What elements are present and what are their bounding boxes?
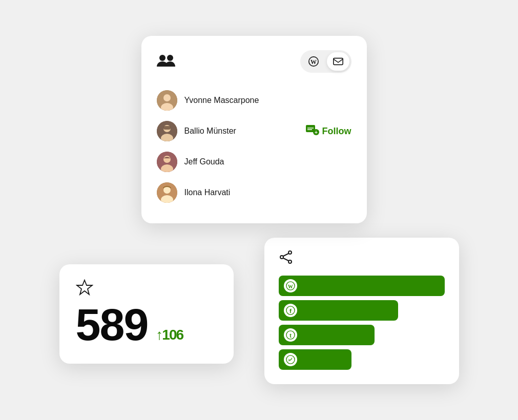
people-icon	[157, 51, 175, 72]
svg-point-25	[288, 251, 292, 254]
platform-toggle: W	[300, 50, 351, 73]
follower-row: Jeff Gouda	[157, 146, 351, 177]
svg-point-26	[288, 260, 292, 263]
stat-number: 589 ↑106	[76, 302, 217, 347]
followers-card: W	[141, 36, 367, 223]
tumblr-bar-icon: t	[284, 328, 297, 342]
svg-point-0	[159, 55, 165, 61]
svg-text:+: +	[315, 130, 318, 135]
bar-row-tumblr: t	[279, 325, 375, 345]
wordpress-bar-icon: W	[284, 279, 297, 292]
bar-row-facebook: f	[279, 300, 398, 321]
follow-button[interactable]: + Follow	[306, 124, 351, 138]
svg-point-19	[163, 156, 171, 163]
avatar	[157, 121, 177, 141]
share-icon	[279, 250, 445, 266]
facebook-bar-icon: f	[284, 304, 297, 317]
share-card: W f t	[264, 238, 459, 384]
follow-label: Follow	[322, 126, 351, 137]
follower-row: Ballio Münster + Follow	[157, 116, 351, 146]
bar-row-wordpress: W	[279, 276, 445, 296]
followers-card-header: W	[157, 50, 351, 73]
avatar	[157, 90, 177, 111]
avatar	[157, 182, 177, 203]
follower-row: Ilona Harvati	[157, 177, 351, 208]
svg-point-27	[280, 256, 283, 259]
follow-icon: +	[306, 124, 319, 138]
svg-rect-11	[163, 126, 171, 130]
svg-marker-24	[77, 280, 92, 295]
wordpress-toggle-btn[interactable]: W	[302, 52, 325, 71]
twitter-bar-icon	[284, 353, 297, 366]
follower-name: Yvonne Mascarpone	[184, 96, 259, 105]
svg-rect-4	[333, 58, 342, 65]
bar-row-twitter	[279, 349, 352, 370]
svg-line-29	[283, 258, 288, 261]
follower-name: Ballio Münster	[184, 127, 236, 136]
follower-name: Jeff Gouda	[184, 157, 224, 166]
avatar	[157, 152, 177, 172]
star-icon	[76, 279, 217, 298]
scene: W	[59, 36, 459, 384]
svg-point-6	[163, 94, 171, 101]
svg-text:t: t	[289, 332, 292, 339]
followers-list: Yvonne Mascarpone Ballio Münster	[157, 85, 351, 208]
follower-name: Ilona Harvati	[184, 188, 231, 197]
follower-row: Yvonne Mascarpone	[157, 85, 351, 116]
svg-line-28	[283, 254, 288, 256]
stat-value: 589	[76, 302, 148, 347]
svg-point-1	[167, 55, 173, 61]
stats-card: 589 ↑106	[59, 264, 234, 364]
stat-delta: ↑106	[156, 328, 183, 342]
svg-text:W: W	[288, 284, 293, 289]
svg-text:W: W	[310, 58, 317, 66]
svg-text:f: f	[289, 307, 292, 314]
bar-list: W f t	[279, 276, 445, 370]
email-toggle-btn[interactable]	[327, 52, 349, 71]
share-header	[279, 250, 445, 266]
